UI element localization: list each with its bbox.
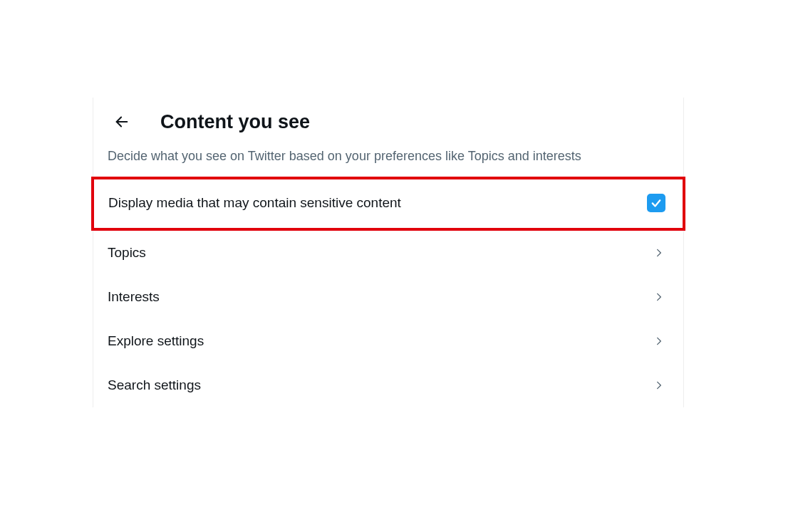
nav-item-search-settings[interactable]: Search settings: [93, 363, 683, 407]
sensitive-content-checkbox[interactable]: [647, 194, 665, 212]
chevron-right-icon: [652, 378, 666, 392]
nav-item-topics[interactable]: Topics: [93, 231, 683, 275]
nav-item-interests[interactable]: Interests: [93, 275, 683, 319]
chevron-right-icon: [652, 290, 666, 304]
nav-label: Search settings: [108, 377, 201, 393]
header-row: Content you see: [93, 98, 683, 149]
check-icon: [650, 197, 663, 209]
page-description: Decide what you see on Twitter based on …: [93, 149, 683, 177]
nav-label: Topics: [108, 245, 146, 261]
nav-label: Explore settings: [108, 333, 204, 349]
nav-label: Interests: [108, 289, 160, 305]
page-title: Content you see: [160, 111, 310, 133]
highlight-annotation: Display media that may contain sensitive…: [91, 177, 685, 231]
chevron-right-icon: [652, 334, 666, 348]
back-button[interactable]: [109, 109, 135, 135]
sensitive-content-setting[interactable]: Display media that may contain sensitive…: [94, 179, 683, 228]
chevron-right-icon: [652, 246, 666, 260]
nav-item-explore-settings[interactable]: Explore settings: [93, 319, 683, 363]
setting-label: Display media that may contain sensitive…: [108, 195, 401, 211]
arrow-left-icon: [114, 114, 130, 130]
settings-panel: Content you see Decide what you see on T…: [93, 98, 684, 407]
